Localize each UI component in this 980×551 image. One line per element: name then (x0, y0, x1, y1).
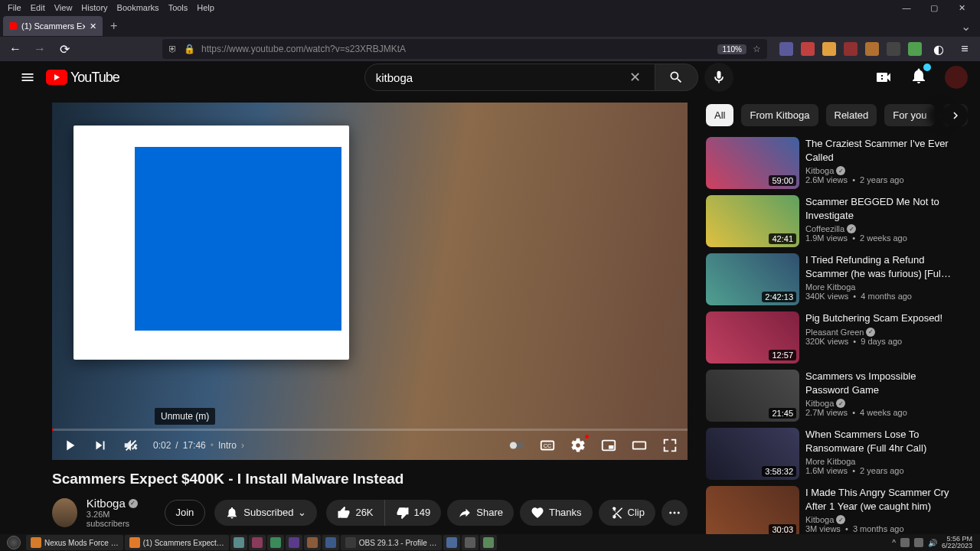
bookmark-star-icon[interactable]: ☆ (753, 44, 761, 54)
rec-thumbnail[interactable]: 42:41 (706, 195, 799, 247)
menu-help[interactable]: Help (192, 2, 219, 14)
subscribed-button[interactable]: Subscribed ⌄ (214, 500, 317, 526)
rec-thumbnail[interactable]: 3:58:32 (706, 428, 799, 480)
taskbar-window[interactable]: OBS 29.1.3 - Profile … (341, 535, 442, 550)
rec-thumbnail[interactable]: 21:45 (706, 370, 799, 422)
tray-chevron-icon[interactable]: ^ (892, 539, 896, 547)
menu-history[interactable]: History (77, 2, 112, 14)
theater-button[interactable] (631, 437, 648, 454)
new-tab-button[interactable]: + (103, 19, 125, 33)
taskbar-app-icon[interactable] (443, 535, 460, 550)
taskbar-app-icon[interactable] (230, 535, 247, 550)
menu-view[interactable]: View (50, 2, 77, 14)
settings-button[interactable] (570, 437, 586, 454)
app-menu-icon[interactable]: ≡ (956, 40, 974, 58)
url-bar[interactable]: ⛨ 🔒 https://www.youtube.com/watch?v=s23X… (162, 39, 767, 59)
extension-icon[interactable] (779, 42, 793, 56)
autoplay-toggle[interactable] (508, 437, 525, 454)
rec-channel[interactable]: More Kitboga (805, 457, 952, 466)
create-icon[interactable] (874, 68, 893, 86)
taskbar-app-icon[interactable] (480, 535, 497, 550)
video-player[interactable]: Unmute (m) 0:02 / 17:46 • Intro › CC (52, 103, 688, 460)
play-button[interactable] (61, 437, 78, 454)
taskbar-app-icon[interactable] (267, 535, 284, 550)
rec-channel[interactable]: Kitboga ✓ (805, 399, 952, 408)
window-restore-icon[interactable]: ▢ (925, 2, 943, 15)
recommendation-item[interactable]: 42:41 Scammer BEGGED Me Not to Investiga… (706, 195, 968, 247)
youtube-logo[interactable]: YouTube (46, 70, 119, 86)
extension-icon[interactable] (908, 42, 922, 56)
forward-button[interactable]: → (31, 40, 49, 58)
hamburger-menu-button[interactable] (12, 62, 43, 93)
extension-icon[interactable] (801, 42, 815, 56)
recommendation-item[interactable]: 2:42:13 I Tried Refunding a Refund Scamm… (706, 253, 968, 305)
search-input[interactable] (376, 71, 626, 84)
recommendation-item[interactable]: 59:00 The Craziest Scammer I've Ever Cal… (706, 137, 968, 189)
dislike-button[interactable]: 149 (385, 500, 442, 526)
share-button[interactable]: Share (447, 500, 514, 526)
rec-channel[interactable]: Kitboga ✓ (805, 515, 952, 524)
taskbar-window[interactable]: (1) Scammers Expect… (125, 535, 229, 550)
taskbar-app-icon[interactable] (304, 535, 321, 550)
taskbar-app-icon[interactable] (286, 535, 302, 550)
volume-icon[interactable]: 🔊 (928, 539, 937, 547)
extension-icon[interactable] (844, 42, 858, 56)
taskbar-window[interactable]: Nexus Mods Force … (26, 535, 123, 550)
clip-button[interactable]: Clip (599, 500, 655, 526)
more-actions-button[interactable] (662, 500, 688, 526)
miniplayer-button[interactable] (600, 437, 617, 454)
recommendation-item[interactable]: 12:57 Pig Butchering Scam Exposed! Pleas… (706, 311, 968, 364)
rec-channel[interactable]: Coffeezilla ✓ (805, 224, 952, 233)
tray-icon[interactable] (900, 538, 910, 547)
browser-tab[interactable]: (1) Scammers Expect $400K - I… ✕ (3, 16, 103, 36)
recommendation-item[interactable]: 21:45 Scammers vs Impossible Password Ga… (706, 370, 968, 422)
menu-file[interactable]: File (3, 2, 26, 14)
taskbar-app-icon[interactable] (322, 535, 339, 550)
menu-bookmarks[interactable]: Bookmarks (113, 2, 164, 14)
recommendation-item[interactable]: 3:58:32 When Scammers Lose To Ransomware… (706, 428, 968, 480)
rec-thumbnail[interactable]: 59:00 (706, 137, 799, 189)
extension-icon[interactable] (887, 42, 900, 56)
clear-search-icon[interactable]: ✕ (626, 69, 644, 86)
notifications-button[interactable] (910, 67, 928, 88)
rec-channel[interactable]: Pleasant Green ✓ (805, 328, 952, 337)
mute-button[interactable] (122, 437, 139, 454)
taskbar-app-icon[interactable] (249, 535, 266, 550)
rec-thumbnail[interactable]: 12:57 (706, 311, 799, 364)
window-minimize-icon[interactable]: — (897, 2, 916, 15)
tab-close-icon[interactable]: ✕ (90, 21, 96, 31)
extension-icon[interactable] (822, 42, 836, 56)
taskbar-app-icon[interactable] (462, 535, 479, 550)
account-icon[interactable]: ◐ (929, 40, 948, 58)
channel-avatar[interactable] (52, 498, 77, 527)
search-box[interactable]: ✕ (364, 64, 655, 91)
rec-thumbnail[interactable]: 30:03 (706, 486, 799, 538)
menu-edit[interactable]: Edit (26, 2, 50, 14)
rec-channel[interactable]: More Kitboga (805, 282, 952, 292)
recommendation-item[interactable]: 30:03 I Made This Angry Scammer Cry Afte… (706, 486, 968, 538)
chip-all[interactable]: All (706, 104, 733, 126)
extension-icon[interactable] (865, 42, 879, 56)
chip-for-you[interactable]: For you (884, 104, 935, 126)
start-button[interactable] (3, 534, 24, 551)
rec-channel[interactable]: Kitboga ✓ (805, 166, 952, 175)
search-button[interactable] (655, 64, 698, 91)
join-button[interactable]: Join (165, 500, 206, 526)
menu-tools[interactable]: Tools (164, 2, 193, 14)
tabs-dropdown-icon[interactable]: ⌄ (955, 19, 977, 34)
chip-related[interactable]: Related (826, 104, 877, 126)
user-avatar[interactable] (945, 66, 968, 89)
like-button[interactable]: 26K (326, 500, 384, 526)
channel-name[interactable]: Kitboga ✓ (87, 497, 146, 510)
taskbar-clock[interactable]: 5:56 PM 6/22/2023 (942, 536, 972, 549)
fullscreen-button[interactable] (662, 437, 678, 454)
back-button[interactable]: ← (6, 40, 24, 58)
tray-icon[interactable] (914, 538, 923, 547)
voice-search-button[interactable] (704, 63, 733, 92)
rec-thumbnail[interactable]: 2:42:13 (706, 253, 799, 305)
system-tray[interactable]: ^ 🔊 5:56 PM 6/22/2023 (887, 536, 977, 549)
thanks-button[interactable]: Thanks (520, 500, 593, 526)
zoom-badge[interactable]: 110% (717, 44, 746, 54)
next-button[interactable] (92, 437, 109, 454)
window-close-icon[interactable]: ✕ (952, 2, 971, 15)
